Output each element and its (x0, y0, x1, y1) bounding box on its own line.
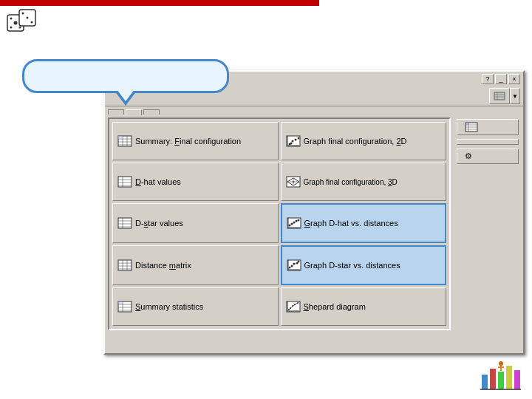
graph-final-config-3d-button[interactable]: Graph final configuration, 3D (281, 163, 447, 201)
svg-point-5 (19, 27, 21, 29)
svg-point-94 (499, 361, 503, 366)
summary-statistics-button[interactable]: Summary statistics (112, 287, 279, 326)
graph-final-config-2d-button[interactable]: Graph final configuration, 2D (281, 122, 447, 160)
svg-point-38 (292, 181, 294, 183)
dialog-box: ? _ × ▼ (103, 70, 525, 355)
svg-rect-90 (498, 372, 504, 389)
graph-d-hat-vs-distances-button[interactable]: Graph D-hat vs. distances (281, 203, 447, 243)
tab-review-save[interactable] (143, 109, 160, 115)
svg-rect-89 (490, 369, 496, 389)
titlebar-minimize-button[interactable]: _ (495, 74, 507, 84)
svg-point-8 (31, 21, 33, 24)
tabs-row (105, 106, 523, 115)
svg-point-1 (14, 21, 18, 25)
graph-d-star-vs-distances-button[interactable]: Graph D-star vs. distances (281, 245, 447, 285)
cancel-button[interactable] (457, 139, 519, 145)
tab-advanced[interactable] (126, 109, 142, 115)
svg-point-24 (294, 139, 296, 141)
top-bar (0, 0, 532, 6)
svg-rect-92 (514, 370, 520, 389)
summary-final-config-button[interactable]: Summary: Final configuration (112, 122, 279, 160)
toolbar-icon-button[interactable] (489, 88, 510, 104)
titlebar-close-button[interactable]: × (508, 74, 520, 84)
svg-point-26 (290, 143, 292, 145)
summary-button[interactable] (457, 119, 519, 135)
bottom-logo-icon (480, 360, 521, 393)
svg-point-7 (22, 13, 24, 15)
shepard-diagram-button[interactable]: Shepard diagram (281, 287, 447, 326)
tab-quick[interactable] (108, 109, 124, 115)
svg-rect-87 (466, 123, 468, 125)
svg-point-9 (27, 17, 29, 19)
svg-point-49 (297, 219, 299, 222)
titlebar-help-button[interactable]: ? (482, 74, 494, 84)
svg-point-45 (288, 225, 290, 227)
svg-rect-88 (482, 375, 488, 389)
distance-matrix-button[interactable]: Distance matrix (112, 245, 279, 285)
svg-rect-20 (118, 136, 123, 139)
svg-rect-10 (494, 92, 505, 100)
svg-point-2 (10, 18, 13, 20)
buttons-grid: Summary: Final configuration Graph final… (108, 117, 451, 330)
toolbar-dropdown-arrow[interactable]: ▼ (510, 88, 520, 104)
options-button[interactable]: ⚙ (457, 149, 519, 164)
callout-bubble (22, 59, 229, 93)
right-panel: ⚙ (455, 117, 520, 330)
svg-point-25 (297, 137, 299, 140)
svg-point-4 (10, 27, 13, 29)
d-hat-values-button[interactable]: D-hat values (112, 163, 279, 201)
d-star-values-button[interactable]: D-star values (112, 203, 279, 243)
logo-icon (6, 6, 43, 43)
svg-rect-91 (506, 366, 512, 389)
svg-rect-73 (118, 301, 123, 304)
svg-point-23 (291, 140, 293, 143)
